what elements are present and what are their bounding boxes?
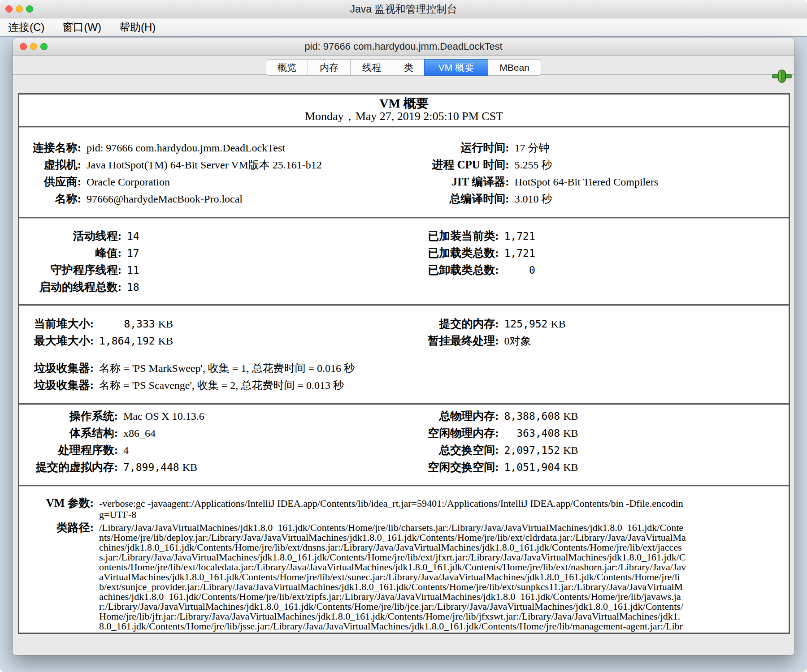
process-window: pid: 97666 com.hardydou.jmm.DeadLockTest… (13, 38, 794, 655)
kv-label: 进程 CPU 时间: (381, 156, 515, 173)
vm-summary-panel: VM 概要 Monday，May 27, 2019 2:05:10 PM CST… (18, 93, 790, 634)
kv-row: 类路径:/Library/Java/JavaVirtualMachines/jd… (19, 523, 789, 634)
kv-value: 11 (127, 262, 139, 279)
kv-value: Java HotSpot(TM) 64-Bit Server VM版本 25.1… (87, 156, 322, 173)
kv-label: 最大堆大小: (19, 332, 99, 349)
kv-unit: KB (563, 408, 578, 425)
kv-label: 空闲交换空间: (381, 459, 504, 476)
kv-label: 处理程序数: (19, 442, 123, 459)
kv-value: Oracle Corporation (87, 173, 170, 190)
tab-overview[interactable]: 概览 (266, 59, 308, 76)
vm-summary-timestamp: Monday，May 27, 2019 2:05:10 PM CST (19, 110, 789, 122)
kv-row: 提交的虚拟内存:7,899,448KB (19, 459, 381, 476)
menu-bar: 连接(C)窗口(W)帮助(H) (0, 18, 807, 37)
kv-label: 提交的虚拟内存: (19, 459, 123, 476)
kv-label: 提交的内存: (381, 315, 504, 332)
kv-row: 运行时间:17 分钟 (381, 139, 789, 156)
kv-label: 虚拟机: (19, 156, 87, 173)
tab-memory[interactable]: 内存 (308, 59, 351, 76)
kv-row: 垃圾收集器:名称 = 'PS MarkSweep', 收集 = 1, 总花费时间… (19, 360, 381, 377)
kv-value: 8,388,608 (504, 408, 560, 425)
kv-label: 连接名称: (19, 139, 87, 156)
tab-vm-summary[interactable]: VM 概要 (424, 59, 488, 76)
kv-row: 总编译时间:3.010 秒 (381, 190, 789, 207)
kv-row: 活动线程:14 (19, 228, 381, 245)
kv-value: 14 (127, 228, 139, 245)
menu-window[interactable]: 窗口(W) (62, 20, 101, 34)
tab-bar: 概览内存线程类VM 概要MBean (266, 59, 541, 76)
kv-label: 启动的线程总数: (19, 279, 127, 296)
process-window-title: pid: 97666 com.hardydou.jmm.DeadLockTest (13, 38, 794, 55)
kv-label: 暂挂最终处理: (381, 332, 504, 349)
kv-row: 虚拟机:Java HotSpot(TM) 64-Bit Server VM版本 … (19, 156, 381, 173)
kv-unit: KB (563, 425, 578, 442)
kv-value: 1,721 (504, 228, 535, 245)
kv-row: 最大堆大小:1,864,192KB (19, 332, 381, 349)
kv-value: 17 (127, 245, 139, 262)
vm-summary-header: VM 概要 Monday，May 27, 2019 2:05:10 PM CST (19, 95, 789, 122)
kv-unit: KB (551, 315, 565, 332)
kv-row: 提交的内存:125,952KB (381, 315, 789, 332)
kv-label: 空闲物理内存: (381, 425, 504, 442)
tab-mbeans[interactable]: MBean (488, 59, 541, 76)
kv-value: 363,408 (504, 425, 560, 442)
window-title: Java 监视和管理控制台 (0, 0, 807, 18)
tab-classes[interactable]: 类 (393, 59, 425, 76)
kv-value: -verbose:gc -javaagent:/Applications/Int… (99, 497, 686, 520)
kv-value: 17 分钟 (515, 139, 550, 156)
kv-label: 垃圾收集器: (19, 377, 99, 394)
kv-value: 18 (127, 279, 139, 296)
kv-row: 空闲交换空间:1,051,904KB (381, 459, 789, 476)
connection-section: 连接名称:pid: 97666 com.hardydou.jmm.DeadLoc… (19, 128, 789, 213)
kv-value: 1,051,904 (504, 459, 560, 476)
kv-label: 操作系统: (19, 408, 123, 425)
kv-label: 活动线程: (19, 228, 127, 245)
kv-row: 总交换空间:2,097,152KB (381, 442, 789, 459)
kv-value: 97666@hardydeMacBook-Pro.local (87, 190, 243, 207)
connection-plug-icon[interactable] (772, 69, 792, 83)
kv-row: 当前堆大小: 8,333KB (19, 315, 381, 332)
kv-label: 名称: (19, 190, 87, 207)
kv-unit: KB (182, 459, 197, 476)
kv-value: 3.010 秒 (515, 190, 552, 207)
kv-row: 名称:97666@hardydeMacBook-Pro.local (19, 190, 381, 207)
jconsole-window: Java 监视和管理控制台 连接(C)窗口(W)帮助(H) pid: 97666… (0, 0, 807, 672)
kv-value: Mac OS X 10.13.6 (123, 408, 204, 425)
kv-row: 总物理内存:8,388,608KB (381, 408, 789, 425)
kv-row: 操作系统:Mac OS X 10.13.6 (19, 408, 381, 425)
kv-row: 已加装当前类:1,721 (381, 228, 789, 245)
outer-titlebar: Java 监视和管理控制台 (0, 0, 807, 18)
kv-label: 总物理内存: (381, 408, 504, 425)
vm-summary-title: VM 概要 (19, 97, 789, 110)
kv-value: x86_64 (123, 425, 156, 442)
kv-value: 7,899,448 (123, 459, 179, 476)
kv-row: 启动的线程总数:18 (19, 279, 381, 296)
kv-row: 进程 CPU 时间:5.255 秒 (381, 156, 789, 173)
kv-value: 5.255 秒 (515, 156, 552, 173)
kv-label: 已加载类总数: (381, 245, 504, 262)
kv-label: 守护程序线程: (19, 262, 127, 279)
kv-label: 运行时间: (381, 139, 515, 156)
kv-label: 当前堆大小: (19, 315, 99, 332)
threads-classes-section: 活动线程:14峰值:17守护程序线程:11启动的线程总数:18 已加装当前类:1… (19, 219, 789, 301)
tab-threads[interactable]: 线程 (350, 59, 393, 76)
kv-value: 0 (504, 262, 535, 279)
menu-help[interactable]: 帮助(H) (119, 20, 156, 34)
kv-row: 垃圾收集器:名称 = 'PS Scavenge', 收集 = 2, 总花费时间 … (19, 377, 381, 394)
kv-value: 名称 = 'PS Scavenge', 收集 = 2, 总花费时间 = 0.01… (99, 377, 344, 394)
kv-row: 守护程序线程:11 (19, 262, 381, 279)
kv-label: 供应商: (19, 173, 87, 190)
kv-unit: KB (563, 459, 578, 476)
kv-row: 已加载类总数:1,721 (381, 245, 789, 262)
kv-value: 0对象 (504, 332, 531, 349)
os-section: 操作系统:Mac OS X 10.13.6体系结构:x86_64处理程序数:4提… (19, 405, 789, 481)
kv-value: HotSpot 64-Bit Tiered Compilers (515, 173, 659, 190)
kv-row: 暂挂最终处理:0对象 (381, 332, 789, 349)
kv-row: 已卸载类总数: 0 (381, 262, 789, 279)
kv-row: 连接名称:pid: 97666 com.hardydou.jmm.DeadLoc… (19, 139, 381, 156)
kv-label: 已加装当前类: (381, 228, 504, 245)
kv-value: 名称 = 'PS MarkSweep', 收集 = 1, 总花费时间 = 0.0… (99, 360, 355, 377)
kv-label: 峰值: (19, 245, 127, 262)
menu-connection[interactable]: 连接(C) (8, 20, 44, 34)
kv-row: VM 参数:-verbose:gc -javaagent:/Applicatio… (19, 497, 789, 520)
